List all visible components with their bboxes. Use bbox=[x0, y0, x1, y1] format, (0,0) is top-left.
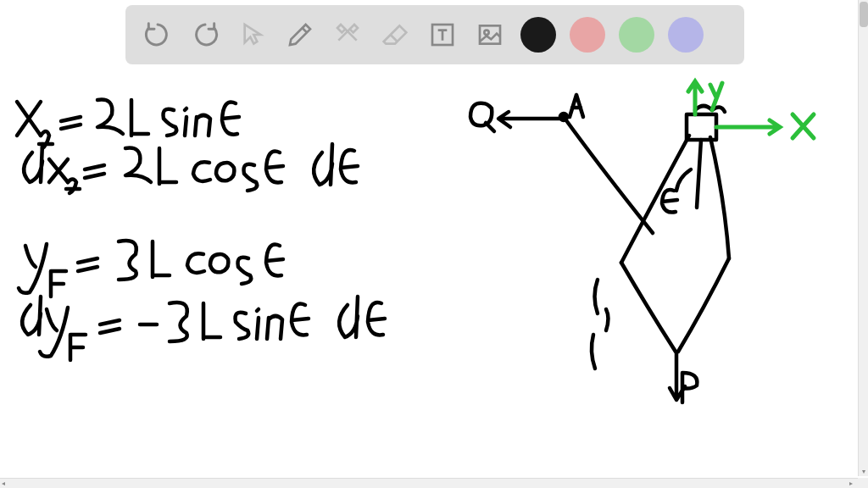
svg-point-3 bbox=[560, 114, 567, 120]
svg-point-2 bbox=[484, 30, 488, 35]
text-tool[interactable] bbox=[426, 18, 459, 52]
scroll-left-arrow[interactable]: ◂ bbox=[2, 480, 8, 486]
canvas-area[interactable]: X_A = 2L sin θ dx_A = 2L cos θ dθ y_F = … bbox=[0, 0, 858, 478]
equation-xa bbox=[17, 100, 239, 148]
scroll-right-arrow[interactable]: ▸ bbox=[849, 480, 856, 486]
color-purple[interactable] bbox=[668, 17, 704, 53]
pencil-tool[interactable] bbox=[283, 18, 317, 52]
scroll-down-arrow[interactable]: ▾ bbox=[860, 468, 867, 474]
diagram bbox=[470, 95, 729, 402]
handwriting-layer bbox=[0, 0, 858, 478]
color-green[interactable] bbox=[619, 17, 654, 53]
image-tool[interactable] bbox=[473, 18, 507, 52]
drawing-toolbar bbox=[125, 5, 744, 64]
tools-button[interactable] bbox=[331, 18, 364, 52]
undo-button[interactable] bbox=[141, 18, 175, 52]
equation-dyf bbox=[22, 297, 385, 360]
vertical-scrollbar[interactable]: ▾ bbox=[858, 0, 868, 476]
eraser-tool[interactable] bbox=[378, 18, 412, 52]
equation-yf bbox=[19, 241, 283, 297]
vertical-scroll-thumb[interactable] bbox=[860, 2, 868, 27]
redo-button[interactable] bbox=[188, 18, 222, 52]
color-black[interactable] bbox=[520, 17, 556, 53]
equation-dxa bbox=[24, 144, 358, 193]
axes bbox=[688, 81, 814, 138]
pointer-tool[interactable] bbox=[236, 18, 270, 52]
scroll-corner bbox=[858, 478, 868, 488]
horizontal-scrollbar[interactable]: ◂ ▸ bbox=[0, 478, 858, 488]
color-red[interactable] bbox=[570, 17, 605, 53]
